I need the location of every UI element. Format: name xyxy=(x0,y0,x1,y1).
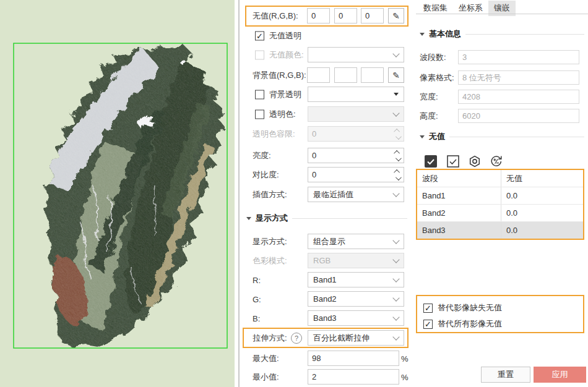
novalue-column-header: 无值 xyxy=(501,170,583,187)
background-b-input[interactable] xyxy=(361,67,384,83)
g-band-label: G: xyxy=(253,294,261,304)
novalue-r-input[interactable]: 0 xyxy=(307,8,330,23)
check-outline-icon[interactable] xyxy=(446,155,459,168)
novalue-b-input[interactable]: 0 xyxy=(361,8,384,23)
brightness-label: 亮度: xyxy=(253,150,271,161)
chevron-down-icon xyxy=(392,333,399,340)
basic-info-section-header[interactable]: 基本信息 xyxy=(420,28,584,40)
background-rgb-label: 背景值(R,G,B): xyxy=(253,70,306,81)
interpolation-dropdown[interactable]: 最临近插值 xyxy=(308,187,404,202)
collapse-triangle-icon xyxy=(246,217,251,220)
pane-splitter[interactable] xyxy=(238,0,240,387)
novalue-color-label: 无值颜色: xyxy=(269,49,304,61)
novalue-rgb-label: 无值(R,G,B): xyxy=(253,11,298,22)
chevron-down-icon xyxy=(392,50,399,57)
chevron-down-icon xyxy=(392,313,399,320)
table-header-row: 波段 无值 xyxy=(417,170,583,187)
tolerance-label: 透明色容限: xyxy=(253,129,295,140)
b-band-dropdown[interactable]: Band3 xyxy=(308,310,404,326)
color-mode-dropdown[interactable]: RGB xyxy=(308,253,404,268)
raster-display-settings-panel: 无值(R,G,B): 0 0 0 无值透明 无值颜色: 背景值(R,G,B): … xyxy=(241,0,411,387)
dropdown-arrow-icon xyxy=(394,93,399,96)
novalue-transparent-checkbox[interactable] xyxy=(255,32,264,41)
chevron-down-icon xyxy=(392,190,399,197)
band-count-value: 3 xyxy=(458,50,579,64)
table-row-selected[interactable]: Band3 0.0 xyxy=(417,222,583,239)
novalue-color-dropdown[interactable] xyxy=(308,47,404,62)
novalue-g-input[interactable]: 0 xyxy=(334,8,357,23)
table-row[interactable]: Band1 0.0 xyxy=(417,187,583,205)
checked-checkbox-icon xyxy=(423,320,433,329)
background-color-dropdown[interactable] xyxy=(308,87,404,102)
tab-underline xyxy=(416,14,588,14)
display-section-header[interactable]: 显示方式 xyxy=(246,213,407,224)
satellite-image xyxy=(0,0,235,387)
band-column-header: 波段 xyxy=(417,170,501,187)
pencil-icon xyxy=(392,70,400,80)
map-view[interactable] xyxy=(0,0,235,387)
transparent-color-checkbox[interactable] xyxy=(255,109,264,119)
background-transparent-label: 背景透明 xyxy=(269,89,301,100)
transparent-color-dropdown[interactable] xyxy=(308,106,404,122)
collapse-triangle-icon xyxy=(420,33,425,36)
novalue-transparent-label: 无值透明 xyxy=(269,30,301,41)
help-icon[interactable] xyxy=(291,333,302,344)
contrast-spinner[interactable]: 0 xyxy=(308,167,404,182)
check-all-filled-icon[interactable] xyxy=(424,155,437,168)
replace-missing-novalue-option[interactable]: 替代影像缺失无值 xyxy=(423,302,502,313)
r-band-dropdown[interactable]: Band1 xyxy=(308,272,404,287)
max-value-label: 最大值: xyxy=(253,353,279,364)
b-band-label: B: xyxy=(253,313,260,323)
color-mode-label: 色彩模式: xyxy=(253,255,287,266)
interpolation-label: 插值方式: xyxy=(253,189,287,200)
chevron-down-icon xyxy=(392,256,399,263)
chevron-down-icon xyxy=(392,237,399,244)
novalue-band-table: 波段 无值 Band1 0.0 Band2 0.0 Band3 0.0 xyxy=(416,169,584,240)
band-count-label: 波段数: xyxy=(420,52,446,63)
chevron-down-icon xyxy=(392,275,399,282)
replace-novalue-highlight-box: 替代影像缺失无值 替代所有影像无值 xyxy=(416,295,584,333)
r-band-label: R: xyxy=(253,275,261,284)
novalue-section-header[interactable]: 无值 xyxy=(420,131,584,142)
checked-checkbox-icon xyxy=(423,304,433,313)
width-label: 宽度: xyxy=(420,91,438,103)
display-mode-dropdown[interactable]: 组合显示 xyxy=(308,234,404,249)
dataset-properties-panel: 数据集 坐标系 镶嵌 基本信息 波段数: 3 像素格式: 8 位无符号 宽度: … xyxy=(416,0,588,387)
pixel-format-value: 8 位无符号 xyxy=(458,70,579,85)
apply-button[interactable]: 应用 xyxy=(534,367,586,383)
contrast-label: 对比度: xyxy=(253,169,279,181)
percent-suffix: % xyxy=(401,354,409,363)
min-value-input[interactable]: 2 xyxy=(308,369,399,385)
brightness-spinner[interactable]: 0 xyxy=(308,148,404,163)
g-band-dropdown[interactable]: Band2 xyxy=(308,291,404,307)
tolerance-spinner[interactable]: 0 xyxy=(308,126,404,142)
recalculate-plusminus-icon[interactable] xyxy=(490,155,503,168)
pixel-format-label: 像素格式: xyxy=(420,72,454,83)
reset-button[interactable]: 重置 xyxy=(481,367,530,383)
collapse-triangle-icon xyxy=(420,135,425,138)
spinner-arrows-icon[interactable] xyxy=(396,150,400,161)
width-value: 4208 xyxy=(458,90,579,104)
novalue-color-checkbox[interactable] xyxy=(255,50,264,59)
max-value-input[interactable]: 98 xyxy=(308,351,399,366)
background-pick-button[interactable] xyxy=(388,67,404,83)
novalue-pick-button[interactable] xyxy=(388,8,404,23)
pencil-icon xyxy=(392,11,400,21)
hexagon-nut-icon[interactable] xyxy=(468,155,481,168)
stretch-label: 拉伸方式: xyxy=(253,333,287,344)
display-mode-label: 显示方式: xyxy=(253,236,287,247)
min-value-label: 最小值: xyxy=(253,372,279,383)
height-label: 高度: xyxy=(420,111,438,122)
background-r-input[interactable] xyxy=(307,67,330,83)
table-row[interactable]: Band2 0.0 xyxy=(417,205,583,222)
height-value: 6020 xyxy=(458,109,579,123)
percent-suffix: % xyxy=(401,372,409,381)
background-transparent-checkbox[interactable] xyxy=(255,90,264,99)
stretch-dropdown[interactable]: 百分比截断拉伸 xyxy=(308,330,404,346)
background-g-input[interactable] xyxy=(334,67,357,83)
spinner-arrows-icon[interactable] xyxy=(396,169,400,181)
spinner-arrows-icon[interactable] xyxy=(396,129,400,140)
chevron-down-icon xyxy=(392,109,399,116)
transparent-color-label: 透明色: xyxy=(269,109,296,120)
replace-all-novalue-option[interactable]: 替代所有影像无值 xyxy=(423,318,502,330)
